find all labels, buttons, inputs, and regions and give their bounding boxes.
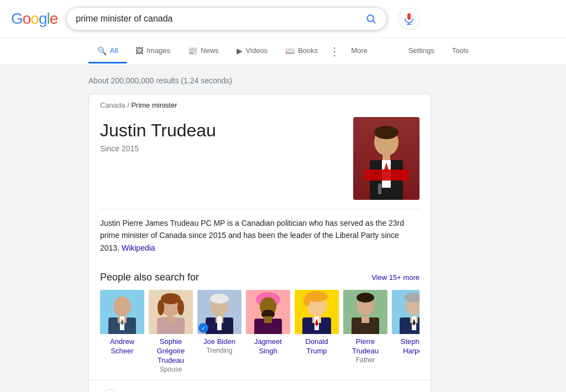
svg-rect-9 — [382, 153, 390, 161]
sophie-name: Sophie Grégoire Trudeau — [149, 337, 193, 365]
people-section-title: People also search for — [100, 272, 199, 283]
more-arrow-icon: ▾ — [100, 389, 120, 392]
tab-videos-label: Videos — [246, 46, 268, 55]
search-icon — [365, 13, 376, 24]
tab-all-label: All — [110, 46, 118, 55]
more-about-section[interactable]: ▾ More about Justin Trudeau — [89, 380, 431, 392]
voice-search-button[interactable] — [396, 6, 422, 32]
logo-G: G — [11, 10, 23, 28]
tab-books[interactable]: 📖 Books — [276, 40, 327, 63]
svg-rect-27 — [167, 316, 175, 323]
videos-icon: ▶ — [237, 46, 243, 55]
svg-rect-13 — [364, 169, 408, 181]
view-more-link[interactable]: View 15+ more — [371, 273, 420, 282]
person-photo-joe: ✓ — [197, 290, 242, 334]
logo-o1: o — [23, 10, 31, 28]
header: G o o g l e — [0, 0, 566, 38]
person-photo-sophie — [149, 290, 193, 334]
microphone-icon — [404, 13, 414, 25]
person-photo-donald — [295, 290, 339, 334]
sophie-photo-svg — [149, 290, 193, 334]
tab-news-label: News — [201, 46, 219, 55]
svg-rect-33 — [217, 316, 222, 330]
panel-info: Justin Trudeau Since 2015 — [100, 112, 344, 200]
tab-more-label: More — [351, 46, 368, 55]
breadcrumb: Canada / Prime minister — [89, 94, 431, 112]
search-button[interactable] — [364, 12, 378, 25]
donald-name: Donald Trump — [295, 337, 339, 356]
person-card-andrew[interactable]: Andrew Scheer — [100, 290, 144, 373]
person-since: Since 2015 — [100, 144, 344, 153]
people-grid: Andrew Scheer — [100, 290, 420, 373]
svg-point-25 — [177, 300, 184, 315]
logo-e: e — [50, 10, 58, 28]
tab-news[interactable]: 📰 News — [179, 40, 228, 63]
breadcrumb-role: Prime minister — [131, 101, 177, 109]
person-photo-svg — [353, 117, 420, 200]
person-card-sophie[interactable]: Sophie Grégoire Trudeau Spouse — [149, 290, 193, 373]
andrew-name: Andrew Scheer — [100, 337, 144, 356]
svg-rect-52 — [361, 316, 369, 323]
results-count: About 200,000,000 results (1.24 seconds) — [88, 76, 478, 85]
joe-name: Joe Biden — [203, 337, 235, 347]
svg-rect-39 — [264, 316, 272, 323]
svg-point-43 — [303, 295, 310, 306]
person-photo-stephen — [392, 290, 420, 334]
pierre-name: Pierre Trudeau — [343, 337, 387, 356]
person-card-jagmeet[interactable]: Jagmeet Singh — [246, 290, 290, 373]
tab-images-label: Images — [146, 46, 170, 55]
svg-line-1 — [373, 21, 375, 23]
person-photo-andrew — [100, 290, 144, 334]
jagmeet-photo-svg — [246, 290, 290, 334]
tab-tools[interactable]: Tools — [443, 40, 478, 63]
people-also-search-section: People also search for View 15+ more — [89, 263, 431, 380]
person-photo-pierre — [343, 290, 387, 334]
svg-rect-14 — [378, 183, 381, 194]
joe-role: Trending — [207, 347, 233, 354]
search-input[interactable] — [76, 14, 360, 24]
person-card-donald[interactable]: Donald Trump — [295, 290, 339, 373]
stephen-photo-svg — [392, 290, 420, 334]
google-logo: G o o g l e — [11, 10, 57, 28]
pierre-role: Father — [356, 356, 375, 364]
tab-settings-label: Settings — [408, 46, 434, 55]
andrew-photo-svg — [100, 290, 144, 334]
svg-point-30 — [210, 294, 229, 304]
search-bar[interactable] — [66, 7, 387, 30]
more-divider: ⋮ — [327, 38, 342, 65]
breadcrumb-country: Canada — [100, 101, 125, 109]
all-icon: 🔍 — [97, 46, 107, 55]
tab-images[interactable]: 🖼 Images — [127, 40, 179, 63]
stephen-name: Stephen Harper — [392, 337, 420, 356]
svg-point-50 — [357, 293, 374, 303]
svg-point-23 — [161, 293, 181, 304]
svg-point-24 — [158, 300, 164, 315]
pierre-photo-svg — [343, 290, 387, 334]
tab-settings[interactable]: Settings — [400, 40, 443, 63]
person-card-joe[interactable]: ✓ Joe Biden Trending — [197, 290, 242, 373]
nav-tabs: 🔍 All 🖼 Images 📰 News ▶ Videos 📖 Books ⋮… — [0, 38, 566, 65]
svg-point-8 — [374, 126, 399, 139]
tab-more[interactable]: More — [342, 40, 376, 63]
person-card-pierre[interactable]: Pierre Trudeau Father — [343, 290, 387, 373]
logo-o2: o — [30, 10, 39, 28]
person-photo-jagmeet — [246, 290, 290, 334]
news-icon: 📰 — [188, 46, 197, 55]
logo-g: g — [39, 10, 47, 28]
voice-circle — [398, 8, 420, 30]
people-header: People also search for View 15+ more — [100, 272, 420, 283]
tab-tools-label: Tools — [452, 46, 469, 55]
person-card-stephen[interactable]: Stephen Harper — [392, 290, 420, 373]
knowledge-panel: Canada / Prime minister Justin Trudeau S… — [88, 94, 431, 392]
tab-all[interactable]: 🔍 All — [88, 40, 127, 63]
wikipedia-link[interactable]: Wikipedia — [122, 243, 155, 252]
donald-photo-svg — [295, 290, 339, 334]
images-icon: 🖼 — [135, 46, 143, 55]
books-icon: 📖 — [285, 46, 295, 55]
svg-rect-2 — [407, 13, 411, 20]
tab-videos[interactable]: ▶ Videos — [228, 40, 277, 63]
person-image — [353, 117, 420, 200]
person-name: Justin Trudeau — [100, 120, 344, 141]
svg-point-16 — [113, 296, 131, 316]
panel-description: Justin Pierre James Trudeau PC MP is a C… — [89, 209, 431, 263]
